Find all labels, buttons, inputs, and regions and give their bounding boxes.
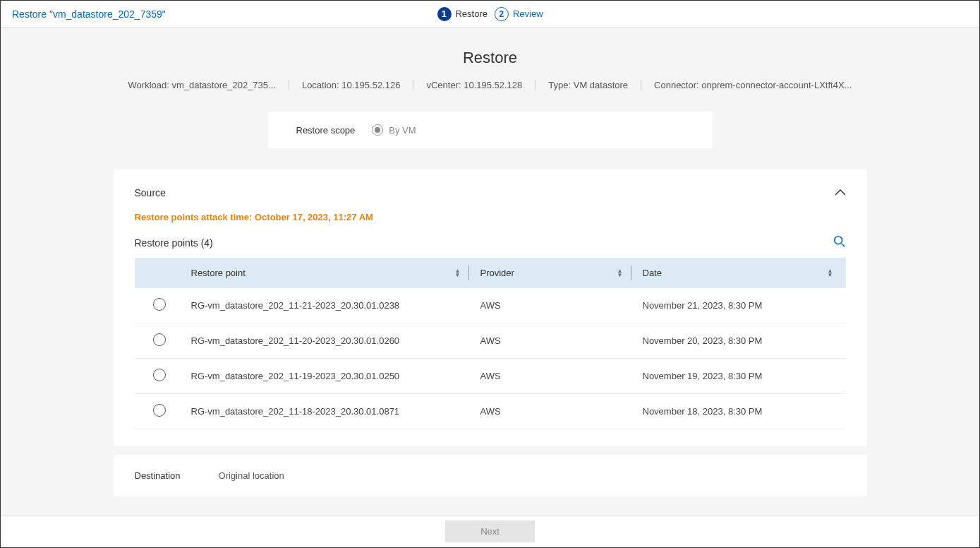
page-title: Restore — [1, 49, 979, 67]
col-provider[interactable]: Provider ▲▼ — [473, 258, 636, 288]
meta-row: Workload: vm_datastore_202_735... Locati… — [1, 80, 979, 90]
table-row[interactable]: RG-vm_datastore_202_11-18-2023_20.30.01.… — [135, 394, 846, 429]
col-restore-point[interactable]: Restore point ▲▼ — [184, 258, 473, 288]
col-date[interactable]: Date ▲▼ — [636, 258, 846, 288]
cell-provider: AWS — [473, 323, 636, 359]
meta-connector: Connector: onprem-connector-account-LXtf… — [641, 80, 864, 90]
row-radio[interactable] — [153, 404, 166, 417]
header-title: Restore "vm_datastore_202_7359" — [12, 8, 166, 20]
step-restore[interactable]: 1 Restore — [437, 7, 488, 21]
sort-icon[interactable]: ▲▼ — [617, 269, 623, 278]
chevron-up-icon[interactable] — [835, 186, 846, 199]
step-number-icon: 2 — [495, 7, 509, 21]
cell-date: November 21, 2023, 8:30 PM — [636, 288, 846, 323]
col-label: Date — [643, 268, 662, 278]
meta-type: Type: VM datastore — [536, 80, 641, 90]
next-button[interactable]: Next — [445, 520, 535, 542]
source-title: Source — [135, 187, 166, 198]
step-label: Restore — [455, 8, 488, 19]
restore-points-table: Restore point ▲▼ Provider ▲▼ Date ▲▼ — [135, 258, 846, 429]
cell-restore-point: RG-vm_datastore_202_11-20-2023_20.30.01.… — [184, 323, 473, 359]
restore-scope-label: Restore scope — [296, 125, 356, 136]
step-review[interactable]: 2 Review — [495, 7, 543, 21]
meta-location: Location: 10.195.52.126 — [289, 80, 414, 90]
wizard-stepper: 1 Restore 2 Review — [437, 7, 543, 21]
attack-time-label: Restore points attack time: October 17, … — [135, 212, 846, 222]
content-area: Restore Workload: vm_datastore_202_735..… — [1, 28, 979, 496]
header-bar: Restore "vm_datastore_202_7359" 1 Restor… — [1, 1, 979, 28]
row-radio[interactable] — [153, 298, 166, 311]
svg-point-0 — [834, 237, 842, 244]
table-row[interactable]: RG-vm_datastore_202_11-21-2023_20.30.01.… — [135, 288, 846, 323]
row-radio[interactable] — [153, 369, 166, 381]
radio-label: By VM — [389, 125, 416, 136]
cell-date: November 18, 2023, 8:30 PM — [636, 394, 846, 429]
sort-icon[interactable]: ▲▼ — [828, 269, 833, 278]
row-radio[interactable] — [153, 333, 166, 346]
destination-value: Original location — [219, 470, 284, 481]
sort-icon[interactable]: ▲▼ — [455, 269, 461, 278]
search-icon[interactable] — [833, 235, 846, 251]
col-label: Provider — [480, 268, 514, 278]
scope-radio-by-vm[interactable]: By VM — [372, 124, 416, 136]
radio-icon — [372, 124, 383, 136]
cell-date: November 19, 2023, 8:30 PM — [636, 359, 846, 394]
cell-date: November 20, 2023, 8:30 PM — [636, 323, 846, 359]
destination-label: Destination — [135, 470, 181, 481]
restore-points-count: Restore points (4) — [135, 237, 213, 249]
source-card: Source Restore points attack time: Octob… — [114, 169, 867, 446]
col-label: Restore point — [191, 268, 246, 278]
svg-line-1 — [841, 244, 845, 247]
table-row[interactable]: RG-vm_datastore_202_11-19-2023_20.30.01.… — [135, 359, 846, 394]
cell-restore-point: RG-vm_datastore_202_11-21-2023_20.30.01.… — [184, 288, 473, 323]
cell-provider: AWS — [473, 359, 636, 394]
cell-restore-point: RG-vm_datastore_202_11-18-2023_20.30.01.… — [184, 394, 473, 429]
meta-vcenter: vCenter: 10.195.52.128 — [413, 80, 536, 90]
cell-restore-point: RG-vm_datastore_202_11-19-2023_20.30.01.… — [184, 359, 473, 394]
footer-bar: Next — [1, 515, 979, 547]
table-row[interactable]: RG-vm_datastore_202_11-20-2023_20.30.01.… — [135, 323, 846, 359]
step-number-icon: 1 — [437, 7, 451, 21]
col-select — [135, 258, 184, 288]
step-label: Review — [513, 8, 543, 19]
cell-provider: AWS — [473, 288, 636, 323]
meta-workload: Workload: vm_datastore_202_735... — [116, 80, 289, 90]
cell-provider: AWS — [473, 394, 636, 429]
restore-scope-card: Restore scope By VM — [268, 112, 713, 148]
destination-card: Destination Original location — [114, 455, 867, 496]
